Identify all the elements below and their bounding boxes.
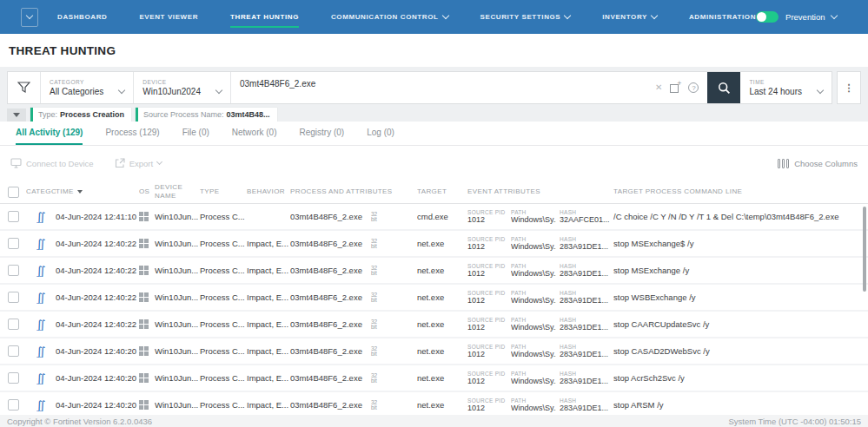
table-row[interactable]: ∬ 04-Jun-2024 12:40:22 Win10Jun... Proce… [0, 231, 868, 258]
row-checkbox[interactable] [8, 292, 19, 303]
header-target-process-command-line[interactable]: TARGET PROCESS COMMAND LINE [613, 187, 868, 196]
tab-log[interactable]: Log (0) [367, 128, 394, 145]
tab-registry[interactable]: Registry (0) [300, 128, 345, 145]
tab-process[interactable]: Process (129) [105, 128, 159, 145]
collapse-filters-button[interactable] [7, 108, 26, 122]
row-checkbox[interactable] [8, 319, 19, 330]
cell-type: Process C... [200, 292, 247, 302]
nav-item-administration[interactable]: ADMINISTRATION [689, 8, 756, 26]
filter-funnel-button[interactable] [8, 72, 41, 103]
help-icon[interactable]: ? [688, 82, 699, 93]
windows-os-icon [139, 292, 155, 302]
nav-item-security-settings[interactable]: SECURITY SETTINGS [480, 8, 571, 26]
header-category[interactable]: CATEGORY [26, 187, 56, 196]
process-category-icon: ∬ [36, 238, 45, 250]
search-input[interactable]: 03mt4B48F6_2.exe [231, 72, 655, 103]
results-table: CATEGORY TIME OS DEVICE NAME TYPE BEHAVI… [0, 181, 868, 415]
nav-item-threat-hunting[interactable]: THREAT HUNTING [230, 8, 299, 26]
table-row[interactable]: ∬ 04-Jun-2024 12:40:20 Win10Jun... Proce… [0, 392, 868, 415]
chevron-down-icon[interactable] [831, 12, 838, 19]
chevron-down-icon [156, 159, 162, 165]
header-time[interactable]: TIME [56, 187, 139, 196]
cell-command-line: stop ARSM /y [613, 400, 868, 410]
cell-behavior: Impact, E... [247, 319, 290, 329]
header-event-attributes[interactable]: EVENT ATTRIBUTES [467, 187, 613, 196]
cell-target: net.exe [417, 319, 467, 329]
header-process-attributes[interactable]: PROCESS AND ATTRIBUTES [290, 187, 417, 196]
windows-os-icon [139, 319, 155, 329]
row-checkbox[interactable] [8, 372, 19, 384]
filter-bar: CATEGORY All Categories DEVICE Win10Jun2… [7, 71, 832, 104]
export-icon [115, 158, 125, 168]
time-dropdown[interactable]: TIME Last 24 hours [740, 72, 832, 103]
copyright-text: Copyright © Fortinet Version 6.2.0.0436 [7, 417, 152, 426]
save-query-icon[interactable] [670, 82, 680, 93]
row-checkbox[interactable] [8, 211, 19, 222]
nav-item-dashboard[interactable]: DASHBOARD [57, 8, 107, 26]
prevention-mode-toggle[interactable] [756, 11, 779, 23]
nav-item-inventory[interactable]: INVENTORY [602, 8, 657, 26]
tab-all-activity[interactable]: All Activity (129) [16, 128, 83, 145]
table-row[interactable]: ∬ 04-Jun-2024 12:41:10 Win10Jun... Proce… [0, 204, 868, 231]
process-category-icon: ∬ [36, 292, 45, 304]
hash-value: 283A91DE1... [560, 269, 610, 278]
cell-process: 03mt4B48F6_2.exe 32 bit [290, 266, 417, 276]
filter-chip-type[interactable]: Type: Process Creation [30, 108, 131, 122]
cell-process: 03mt4B48F6_2.exe 32 bit [290, 319, 417, 330]
windows-os-icon [139, 400, 155, 410]
header-behavior[interactable]: BEHAVIOR [247, 187, 290, 196]
table-row[interactable]: ∬ 04-Jun-2024 12:40:20 Win10Jun... Proce… [0, 338, 868, 365]
table-toolbar: Connect to Device Export Choose Columns [0, 146, 868, 181]
device-value: Win10Jun2024 [142, 87, 201, 96]
process-category-icon: ∬ [36, 372, 45, 384]
cell-target: net.exe [417, 239, 467, 248]
arch-32bit-badge: 32 bit [371, 346, 377, 357]
cell-event-attributes: SOURCE PID1012 PATHWindows\Sy... HASH32A… [467, 209, 613, 224]
header-target[interactable]: TARGET [417, 187, 467, 196]
tab-network[interactable]: Network (0) [232, 128, 277, 145]
cell-command-line: stop AcrSch2Svc /y [613, 373, 868, 383]
org-select[interactable] [21, 8, 38, 27]
row-checkbox[interactable] [8, 399, 19, 411]
device-label: DEVICE [142, 79, 166, 85]
filter-chip-source-process-name[interactable]: Source Process Name: 03mt4B48... [136, 108, 277, 122]
table-row[interactable]: ∬ 04-Jun-2024 12:40:22 Win10Jun... Proce… [0, 312, 868, 338]
sort-desc-icon [77, 190, 83, 194]
clear-search-icon[interactable]: ✕ [655, 83, 662, 92]
more-options-button[interactable]: ⋮ [837, 71, 861, 104]
header-device-name[interactable]: DEVICE NAME [155, 183, 200, 200]
search-button[interactable] [707, 72, 740, 103]
tab-file[interactable]: File (0) [182, 128, 209, 145]
category-dropdown[interactable]: CATEGORY All Categories [41, 72, 134, 103]
nav-item-communication-control[interactable]: COMMUNICATION CONTROL [331, 8, 448, 26]
header-os[interactable]: OS [139, 187, 155, 196]
row-checkbox[interactable] [8, 345, 19, 357]
process-category-icon: ∬ [36, 399, 45, 411]
row-checkbox[interactable] [8, 265, 19, 276]
cell-process: 03mt4B48F6_2.exe 32 bit [290, 292, 417, 303]
hash-value: 283A91DE1... [560, 377, 610, 385]
nav-item-event-viewer[interactable]: EVENT VIEWER [139, 8, 198, 26]
hash-value: 283A91DE1... [560, 242, 610, 251]
table-row[interactable]: ∬ 04-Jun-2024 12:40:22 Win10Jun... Proce… [0, 258, 868, 285]
source-pid-value: 1012 [467, 215, 507, 224]
export-button[interactable]: Export [115, 158, 162, 168]
scrollbar-thumb[interactable] [863, 207, 866, 292]
cell-time: 04-Jun-2024 12:40:22 [56, 319, 139, 329]
cell-command-line: /C choice /C Y /N /D Y /T 1 & Del C:\tem… [613, 212, 868, 221]
source-pid-value: 1012 [467, 350, 507, 358]
process-name: 03mt4B48F6_2.exe [290, 266, 362, 275]
choose-columns-button[interactable]: Choose Columns [778, 159, 858, 168]
time-label: TIME [749, 79, 765, 85]
row-checkbox[interactable] [8, 238, 19, 249]
table-row[interactable]: ∬ 04-Jun-2024 12:40:20 Win10Jun... Proce… [0, 365, 868, 392]
process-category-icon: ∬ [36, 319, 45, 331]
connect-to-device-button[interactable]: Connect to Device [10, 158, 94, 168]
header-type[interactable]: TYPE [200, 187, 247, 196]
cell-target: net.exe [417, 292, 467, 302]
cell-behavior: Impact, E... [247, 266, 290, 275]
select-all-checkbox[interactable] [8, 187, 19, 198]
device-dropdown[interactable]: DEVICE Win10Jun2024 [134, 72, 231, 103]
table-row[interactable]: ∬ 04-Jun-2024 12:40:22 Win10Jun... Proce… [0, 285, 868, 312]
windows-os-icon [139, 346, 155, 356]
